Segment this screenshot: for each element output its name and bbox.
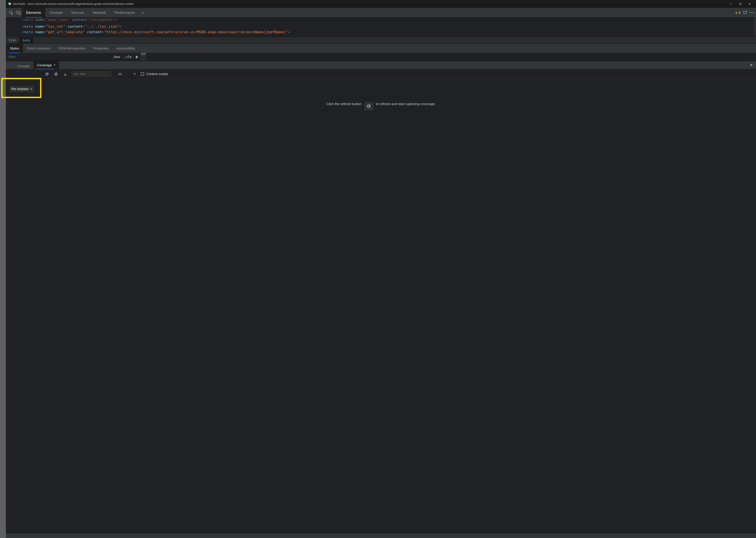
- coverage-url-filter-input[interactable]: [71, 71, 112, 78]
- toggle-cls-button[interactable]: .cls: [124, 55, 132, 59]
- subtab-properties[interactable]: Properties: [89, 44, 113, 53]
- clear-button-icon[interactable]: [53, 71, 59, 78]
- chevron-down-icon: ▼: [133, 72, 136, 76]
- styles-filter-input[interactable]: [6, 53, 110, 61]
- subtab-event-listeners[interactable]: Event Listeners: [23, 44, 54, 53]
- svg-rect-10: [64, 75, 66, 75]
- subtab-accessibility[interactable]: Accessibility: [113, 44, 139, 53]
- tab-performance[interactable]: Performance: [110, 8, 139, 18]
- refresh-hint-icon: [364, 102, 373, 110]
- coverage-type-select[interactable]: All ▼: [114, 72, 138, 76]
- content-scripts-checkbox[interactable]: Content scripts: [141, 72, 168, 76]
- dom-line-page-type[interactable]: <meta name="page_type" content="conceptu…: [22, 17, 754, 23]
- tab-console[interactable]: Console: [45, 8, 67, 18]
- device-toggle-icon[interactable]: [15, 9, 22, 16]
- subtab-dom-breakpoints[interactable]: DOM Breakpoints: [54, 44, 89, 53]
- edge-browser-icon: [8, 2, 11, 6]
- coverage-granularity-select[interactable]: Per function ▼: [9, 86, 34, 92]
- new-style-rule-icon[interactable]: +: [135, 54, 138, 60]
- tab-elements[interactable]: Elements: [22, 8, 45, 18]
- devtools-main-toolbar: Elements Console Sources Network Perform…: [6, 8, 756, 18]
- window-title: DevTools - docs.microsoft.com/en-us/micr…: [13, 2, 134, 6]
- drawer-footer: [6, 533, 756, 538]
- subtab-styles[interactable]: Styles: [6, 44, 23, 53]
- dom-scrollbar[interactable]: [754, 18, 756, 36]
- os-side-strip: [0, 7, 6, 538]
- styles-scrollbar[interactable]: [141, 53, 146, 61]
- svg-rect-4: [10, 11, 12, 13]
- warning-count: 6: [739, 11, 740, 15]
- crumb-html[interactable]: html: [6, 37, 20, 43]
- chevron-down-icon: ▼: [30, 88, 32, 90]
- export-button-icon[interactable]: [62, 71, 69, 78]
- svg-line-9: [55, 73, 57, 75]
- drawer-header: ⋮⋮ Console Coverage ✕ ✕: [6, 61, 756, 69]
- drawer-drag-handle-icon[interactable]: ⋮⋮: [6, 64, 14, 67]
- toggle-hov-button[interactable]: :hov: [112, 55, 120, 59]
- checkbox-icon: [141, 73, 144, 76]
- more-tabs-chevrons-icon[interactable]: »: [139, 9, 146, 16]
- dom-line-pdf-url[interactable]: <meta name="pdf_url_template" content="h…: [22, 29, 754, 35]
- coverage-empty-state: Click the refresh button to refresh and …: [6, 79, 756, 533]
- title-bar: DevTools - docs.microsoft.com/en-us/micr…: [6, 0, 756, 8]
- drawer-tab-console[interactable]: Console: [14, 63, 33, 69]
- elements-subtabs: Styles Event Listeners DOM Breakpoints P…: [6, 44, 756, 53]
- svg-point-7: [746, 11, 747, 12]
- drawer-tab-coverage[interactable]: Coverage ✕: [33, 61, 59, 69]
- reload-button-icon[interactable]: [44, 71, 50, 78]
- svg-rect-6: [19, 12, 20, 14]
- feedback-icon[interactable]: [743, 11, 747, 15]
- settings-more-icon[interactable]: •••: [749, 11, 754, 14]
- dom-line-toc-rel[interactable]: <meta name="toc_rel" content="../../toc.…: [22, 24, 754, 29]
- styles-filter-row: :hov .cls +: [6, 53, 756, 61]
- inspect-element-icon[interactable]: [8, 9, 15, 16]
- issues-warning-badge[interactable]: ▲ 6: [735, 11, 740, 15]
- window-minimize-button[interactable]: [727, 0, 736, 8]
- warning-triangle-icon: ▲: [735, 11, 738, 14]
- hint-text-before: Click the refresh button: [326, 102, 361, 106]
- close-drawer-icon[interactable]: ✕: [746, 63, 756, 67]
- svg-rect-1: [739, 3, 741, 5]
- hint-text-after: to refresh and start capturing coverage.: [376, 102, 436, 106]
- window-maximize-button[interactable]: [736, 0, 745, 8]
- tab-network[interactable]: Network: [88, 8, 110, 18]
- elements-dom-tree[interactable]: <meta name="page_type" content="conceptu…: [6, 18, 756, 36]
- window-close-button[interactable]: [745, 0, 754, 8]
- dom-breadcrumb: html body: [6, 36, 756, 44]
- close-coverage-tab-icon[interactable]: ✕: [52, 64, 56, 67]
- coverage-toolbar: All ▼ Content scripts: [6, 69, 756, 79]
- tab-sources[interactable]: Sources: [67, 8, 88, 18]
- crumb-body[interactable]: body: [20, 37, 33, 43]
